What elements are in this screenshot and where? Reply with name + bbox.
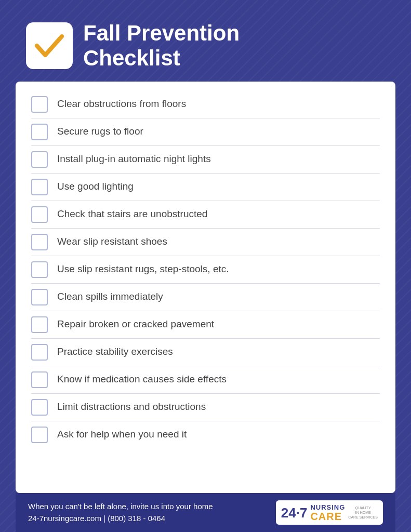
- checkbox-5[interactable]: [31, 206, 48, 223]
- logo-checkbox-icon: [26, 22, 73, 69]
- checkbox-9[interactable]: [31, 316, 48, 333]
- checkbox-11[interactable]: [31, 371, 48, 388]
- checkbox-12[interactable]: [31, 399, 48, 416]
- header: Fall Prevention Checklist: [16, 16, 395, 82]
- checkbox-4[interactable]: [31, 179, 48, 195]
- list-item: Ask for help when you need it: [31, 421, 380, 448]
- header-title: Fall Prevention Checklist: [83, 21, 240, 71]
- list-item: Install plug-in automatic night lights: [31, 146, 380, 174]
- checklist-card: Clear obstructions from floorsSecure rug…: [16, 82, 395, 493]
- list-item: Know if medication causes side effects: [31, 366, 380, 394]
- checkbox-2[interactable]: [31, 124, 48, 140]
- list-item: Practice stability exercises: [31, 339, 380, 366]
- list-item: Clean spills immediately: [31, 284, 380, 311]
- item-label-6: Wear slip resistant shoes: [57, 235, 167, 248]
- logo-text-block: NURSING CARE: [310, 503, 345, 522]
- list-item: Repair broken or cracked pavement: [31, 311, 380, 339]
- item-label-2: Secure rugs to floor: [57, 125, 143, 138]
- list-item: Use good lighting: [31, 174, 380, 201]
- checkbox-8[interactable]: [31, 289, 48, 305]
- checkbox-3[interactable]: [31, 151, 48, 168]
- item-label-13: Ask for help when you need it: [57, 428, 187, 441]
- list-item: Secure rugs to floor: [31, 118, 380, 146]
- item-label-7: Use slip resistant rugs, step-stools, et…: [57, 263, 229, 276]
- logo-care-text: CARE: [310, 511, 345, 522]
- footer-logo: 24·7 NURSING CARE QUALITYIN HOMECARE SER…: [276, 500, 383, 525]
- item-label-4: Use good lighting: [57, 180, 134, 193]
- page-wrapper: Fall Prevention Checklist Clear obstruct…: [0, 0, 411, 532]
- logo-number: 24·7: [281, 506, 308, 520]
- item-label-10: Practice stability exercises: [57, 345, 173, 358]
- list-item: Wear slip resistant shoes: [31, 229, 380, 256]
- item-label-9: Repair broken or cracked pavement: [57, 318, 214, 331]
- footer-text: When you can't be left alone, invite us …: [28, 501, 213, 524]
- list-item: Use slip resistant rugs, step-stools, et…: [31, 256, 380, 284]
- item-label-3: Install plug-in automatic night lights: [57, 153, 211, 166]
- list-item: Clear obstructions from floors: [31, 91, 380, 118]
- item-label-11: Know if medication causes side effects: [57, 373, 227, 386]
- checkbox-7[interactable]: [31, 261, 48, 278]
- item-label-8: Clean spills immediately: [57, 290, 163, 303]
- checkbox-10[interactable]: [31, 344, 48, 361]
- list-item: Limit distractions and obstructions: [31, 394, 380, 421]
- checkbox-1[interactable]: [31, 96, 48, 113]
- list-item: Check that stairs are unobstructed: [31, 201, 380, 229]
- footer-tagline: When you can't be left alone, invite us …: [28, 501, 213, 513]
- item-label-12: Limit distractions and obstructions: [57, 401, 206, 414]
- footer: When you can't be left alone, invite us …: [16, 493, 395, 532]
- checkmark-svg: [34, 30, 65, 61]
- item-label-5: Check that stairs are unobstructed: [57, 208, 207, 221]
- checkbox-6[interactable]: [31, 234, 48, 250]
- item-label-1: Clear obstructions from floors: [57, 98, 186, 111]
- footer-contact: 24-7nursingcare.com | (800) 318 - 0464: [28, 513, 213, 525]
- logo-quality-text: QUALITYIN HOMECARE SERVICES: [348, 506, 378, 520]
- checkbox-13[interactable]: [31, 427, 48, 443]
- logo-nursing-text: NURSING: [310, 503, 345, 511]
